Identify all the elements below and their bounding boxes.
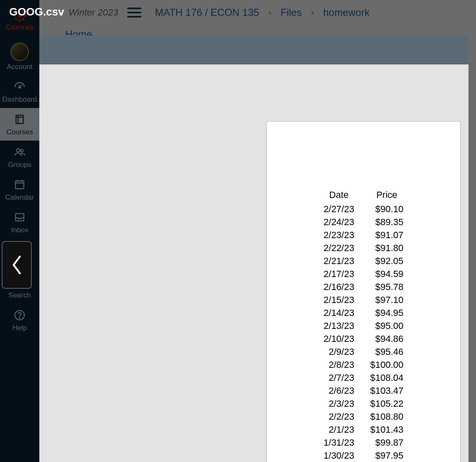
cell-date: 2/14/23 [316,307,362,319]
cell-price: $90.10 [363,203,411,215]
cell-date: 2/8/23 [316,359,362,371]
cell-price: $91.07 [363,229,411,241]
cell-date: 2/21/23 [316,255,362,267]
cell-price: $94.59 [363,268,411,280]
table-row: 2/10/23$94.86 [316,333,411,345]
cell-price: $95.46 [363,346,411,358]
cell-date: 2/10/23 [316,333,362,345]
col-header-date: Date [316,190,362,202]
preview-toolbar [39,35,468,64]
file-viewer-titlebar: GOOG.csv [0,0,476,23]
file-title: GOOG.csv [9,5,64,18]
cell-date: 2/17/23 [316,268,362,280]
cell-date: 2/24/23 [316,216,362,228]
table-row: 2/22/23$91.80 [316,242,411,254]
cell-date: 2/3/23 [316,398,362,410]
table-row: 2/13/23$95.00 [316,320,411,332]
cell-date: 2/2/23 [316,411,362,423]
table-row: 2/6/23$103.47 [316,385,411,397]
cell-price: $89.35 [363,216,411,228]
table-row: 2/8/23$100.00 [316,359,411,371]
cell-price: $94.95 [363,307,411,319]
cell-date: 2/23/23 [316,229,362,241]
table-row: 2/15/23$97.10 [316,294,411,306]
cell-date: 2/9/23 [316,346,362,358]
cell-date: 2/16/23 [316,281,362,293]
cell-price: $95.00 [363,320,411,332]
table-row: 2/24/23$89.35 [316,216,411,228]
cell-date: 2/7/23 [316,372,362,384]
table-row: 2/7/23$108.04 [316,372,411,384]
cell-price: $97.95 [363,449,411,462]
cell-price: $100.00 [363,359,411,371]
cell-price: $108.80 [363,411,411,423]
table-row: 2/23/23$91.07 [316,229,411,241]
preview-canvas[interactable]: Date Price 2/27/23$90.102/24/23$89.352/2… [39,64,468,462]
cell-date: 2/1/23 [316,424,362,436]
cell-price: $108.04 [363,372,411,384]
table-row: 1/31/23$99.87 [316,436,411,449]
cell-price: $101.43 [363,424,411,436]
chevron-left-icon [9,254,25,275]
cell-date: 2/13/23 [316,320,362,332]
table-row: 2/14/23$94.95 [316,307,411,319]
table-row: 2/16/23$95.78 [316,281,411,293]
table-row: 2/1/23$101.43 [316,424,411,436]
table-row: 2/21/23$92.05 [316,255,411,267]
cell-date: 2/27/23 [316,203,362,215]
cell-price: $103.47 [363,385,411,397]
table-row: 2/17/23$94.59 [316,268,411,280]
cell-price: $94.86 [363,333,411,345]
data-table: Date Price 2/27/23$90.102/24/23$89.352/2… [315,189,412,462]
cell-price: $99.87 [363,436,411,449]
table-row: 1/30/23$97.95 [316,449,411,462]
cell-price: $97.10 [363,294,411,306]
document-page: Date Price 2/27/23$90.102/24/23$89.352/2… [266,121,461,462]
previous-file-button[interactable] [2,241,32,289]
cell-date: 1/30/23 [316,449,362,462]
cell-date: 1/31/23 [316,436,362,449]
table-row: 2/27/23$90.10 [316,203,411,215]
table-row: 2/9/23$95.46 [316,346,411,358]
cell-price: $95.78 [363,281,411,293]
cell-date: 2/6/23 [316,385,362,397]
col-header-price: Price [363,190,411,202]
cell-price: $91.80 [363,242,411,254]
cell-price: $105.22 [363,398,411,410]
cell-price: $92.05 [363,255,411,267]
cell-date: 2/15/23 [316,294,362,306]
table-row: 2/2/23$108.80 [316,411,411,423]
cell-date: 2/22/23 [316,242,362,254]
table-row: 2/3/23$105.22 [316,398,411,410]
